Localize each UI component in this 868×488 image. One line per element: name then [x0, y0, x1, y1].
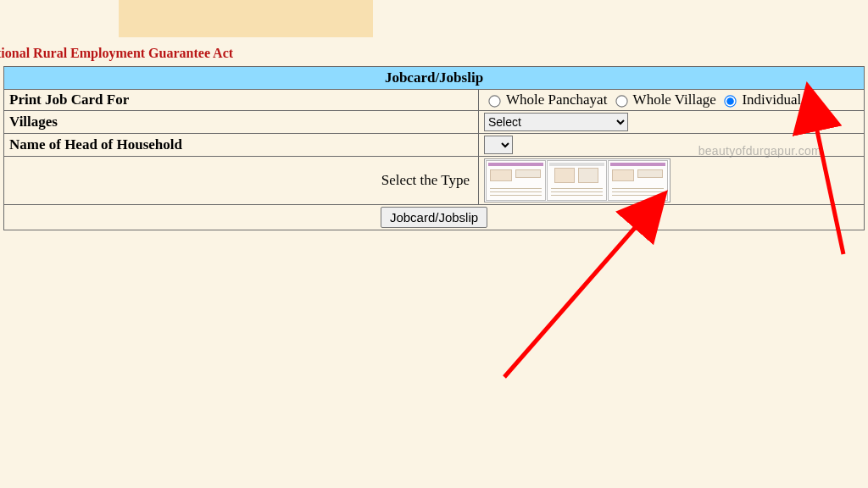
radio-whole-village-text: Whole Village [633, 92, 716, 108]
cell-type-thumbnails [479, 157, 865, 205]
page-act-title: tional Rural Employment Guarantee Act [0, 42, 868, 66]
radio-whole-panchayat-text: Whole Panchayat [506, 92, 607, 108]
label-head-of-household: Name of Head of Household [4, 134, 479, 157]
jobcard-form-table: Print Job Card For Whole Panchayat Whole… [3, 89, 865, 230]
cell-submit: Jobcard/Jobslip [4, 205, 865, 230]
row-submit: Jobcard/Jobslip [4, 205, 865, 230]
label-villages: Villages [4, 111, 479, 134]
type-thumbnail-2[interactable] [547, 160, 607, 201]
cell-villages-input: Select [479, 111, 865, 134]
peach-decorative-block [119, 0, 373, 37]
select-head-of-household[interactable] [484, 136, 513, 154]
cell-print-for-options: Whole Panchayat Whole Village Individual [479, 90, 865, 111]
top-band [0, 0, 868, 42]
section-header: Jobcard/Jobslip [3, 66, 865, 89]
select-villages[interactable]: Select [484, 113, 628, 131]
radio-whole-village-label[interactable]: Whole Village [611, 92, 720, 108]
row-print-for: Print Job Card For Whole Panchayat Whole… [4, 90, 865, 111]
label-select-type: Select the Type [4, 157, 479, 205]
arrow-to-submit-button [504, 222, 640, 377]
radio-whole-panchayat[interactable] [488, 95, 500, 107]
row-villages: Villages Select [4, 111, 865, 134]
radio-individual[interactable] [724, 95, 736, 107]
label-print-for: Print Job Card For [4, 90, 479, 111]
type-thumbnail-3[interactable] [608, 160, 668, 201]
radio-individual-label[interactable]: Individual [720, 92, 801, 108]
type-thumbnail-1[interactable] [486, 160, 546, 201]
row-head-of-household: Name of Head of Household [4, 134, 865, 157]
submit-button[interactable]: Jobcard/Jobslip [381, 207, 487, 228]
radio-whole-panchayat-label[interactable]: Whole Panchayat [484, 92, 611, 108]
type-thumbnail-group [484, 158, 670, 202]
radio-whole-village[interactable] [615, 95, 627, 107]
cell-head-input [479, 134, 865, 157]
row-select-type: Select the Type [4, 157, 865, 205]
radio-individual-text: Individual [742, 92, 801, 108]
